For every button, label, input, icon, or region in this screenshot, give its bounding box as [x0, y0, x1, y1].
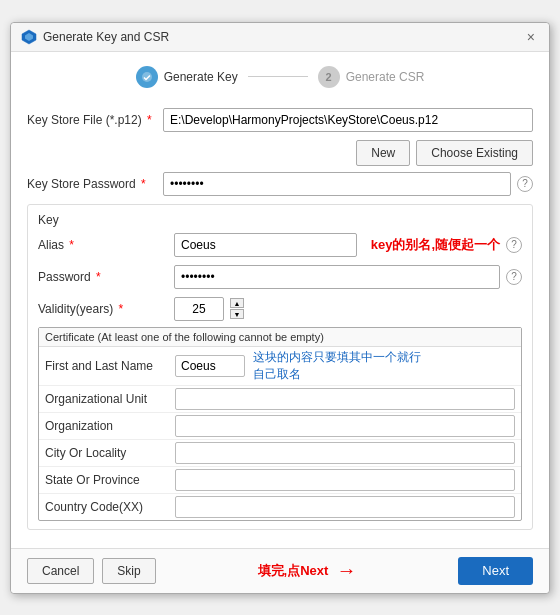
- step1: Generate Key: [136, 66, 238, 88]
- validity-spinner: ▲ ▼: [230, 298, 244, 319]
- next-annotation: 填完,点Next: [258, 562, 329, 580]
- keystore-password-row: Key Store Password * ?: [27, 172, 533, 196]
- certificate-title: Certificate (At least one of the followi…: [39, 328, 521, 347]
- svg-point-2: [142, 72, 152, 82]
- dialog-title: Generate Key and CSR: [43, 30, 169, 44]
- keystore-password-help-icon[interactable]: ?: [517, 176, 533, 192]
- country-label: Country Code(XX): [45, 500, 175, 514]
- org-unit-input[interactable]: [175, 388, 515, 410]
- org-label: Organization: [45, 419, 175, 433]
- wizard-steps: Generate Key 2 Generate CSR: [11, 52, 549, 102]
- alias-label: Alias *: [38, 238, 168, 252]
- step-connector: [248, 76, 308, 77]
- form-content: Key Store File (*.p12) * New Choose Exis…: [11, 102, 549, 548]
- first-last-name-input[interactable]: [175, 355, 245, 377]
- skip-button[interactable]: Skip: [102, 558, 155, 584]
- validity-row: Validity(years) * ▲ ▼: [38, 297, 522, 321]
- keystore-file-label: Key Store File (*.p12) *: [27, 113, 157, 127]
- validity-up-button[interactable]: ▲: [230, 298, 244, 308]
- keystore-file-row: Key Store File (*.p12) *: [27, 108, 533, 132]
- key-section-title: Key: [38, 213, 522, 227]
- app-icon: [21, 29, 37, 45]
- step2: 2 Generate CSR: [318, 66, 425, 88]
- validity-label: Validity(years) *: [38, 302, 168, 316]
- alias-annotation: key的别名,随便起一个: [371, 236, 500, 254]
- org-unit-row: Organizational Unit: [39, 386, 521, 413]
- alias-help-icon[interactable]: ?: [506, 237, 522, 253]
- next-arrow-icon: →: [336, 559, 356, 582]
- certificate-section: Certificate (At least one of the followi…: [38, 327, 522, 521]
- org-row: Organization: [39, 413, 521, 440]
- title-bar: Generate Key and CSR ×: [11, 23, 549, 52]
- password-row: Password * ?: [38, 265, 522, 289]
- alias-row: Alias * key的别名,随便起一个 ?: [38, 233, 522, 257]
- step2-circle: 2: [318, 66, 340, 88]
- keystore-buttons-row: New Choose Existing: [27, 140, 533, 166]
- city-input[interactable]: [175, 442, 515, 464]
- key-section: Key Alias * key的别名,随便起一个 ? Password * ?: [27, 204, 533, 530]
- first-last-name-label: First and Last Name: [45, 359, 175, 373]
- keystore-file-input[interactable]: [163, 108, 533, 132]
- password-label: Password *: [38, 270, 168, 284]
- org-unit-label: Organizational Unit: [45, 392, 175, 406]
- city-row: City Or Locality: [39, 440, 521, 467]
- org-input[interactable]: [175, 415, 515, 437]
- city-label: City Or Locality: [45, 446, 175, 460]
- validity-down-button[interactable]: ▼: [230, 309, 244, 319]
- choose-existing-button[interactable]: Choose Existing: [416, 140, 533, 166]
- cancel-button[interactable]: Cancel: [27, 558, 94, 584]
- country-row: Country Code(XX): [39, 494, 521, 520]
- footer-left-buttons: Cancel Skip: [27, 558, 156, 584]
- first-last-name-row: First and Last Name 这块的内容只要填其中一个就行 自己取名: [39, 347, 521, 386]
- new-button[interactable]: New: [356, 140, 410, 166]
- step1-label: Generate Key: [164, 70, 238, 84]
- cert-annotation: 这块的内容只要填其中一个就行 自己取名: [253, 349, 421, 383]
- step2-label: Generate CSR: [346, 70, 425, 84]
- password-help-icon[interactable]: ?: [506, 269, 522, 285]
- next-button[interactable]: Next: [458, 557, 533, 585]
- country-input[interactable]: [175, 496, 515, 518]
- state-input[interactable]: [175, 469, 515, 491]
- keystore-password-label: Key Store Password *: [27, 177, 157, 191]
- state-label: State Or Province: [45, 473, 175, 487]
- state-row: State Or Province: [39, 467, 521, 494]
- close-button[interactable]: ×: [523, 29, 539, 45]
- dialog: Generate Key and CSR × Generate Key 2 Ge…: [10, 22, 550, 594]
- title-bar-left: Generate Key and CSR: [21, 29, 169, 45]
- keystore-password-input[interactable]: [163, 172, 511, 196]
- footer: Cancel Skip 填完,点Next → Next: [11, 548, 549, 593]
- validity-input[interactable]: [174, 297, 224, 321]
- step1-circle: [136, 66, 158, 88]
- password-input[interactable]: [174, 265, 500, 289]
- step1-icon: [141, 71, 153, 83]
- footer-center: 填完,点Next →: [156, 559, 459, 582]
- alias-input[interactable]: [174, 233, 357, 257]
